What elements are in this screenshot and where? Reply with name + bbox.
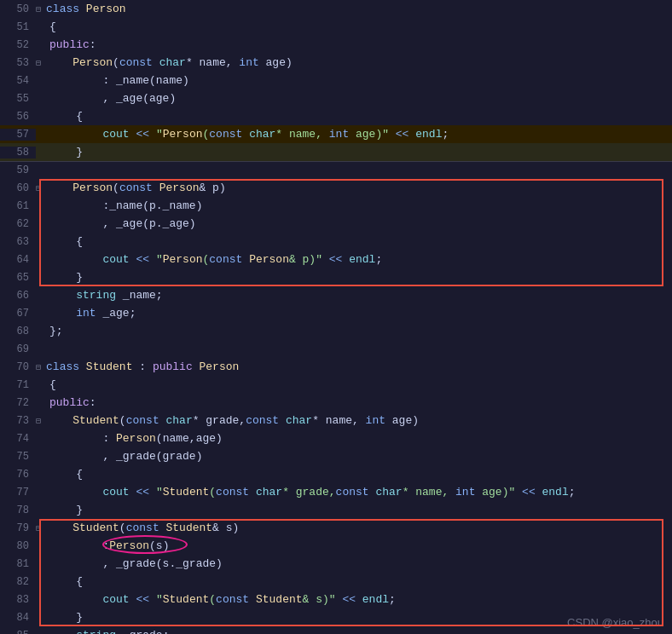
line-content-69 [46,343,672,355]
line-number-51: 51 [0,21,36,33]
line-number-80: 80 [0,540,36,552]
code-line-51: 51{ [0,18,672,36]
line-number-62: 62 [0,218,36,230]
line-content-80: :Person(s) [46,539,672,552]
code-line-58: 58 } [0,143,672,161]
line-number-54: 54 [0,75,36,87]
fold-icon-79[interactable]: ⊟ [36,523,41,533]
line-number-69: 69 [0,343,36,355]
fold-icon-53[interactable]: ⊟ [36,58,41,68]
line-content-63: { [46,235,672,248]
line-number-83: 83 [0,594,36,606]
line-number-61: 61 [0,200,36,212]
code-line-60: 60⊟ Person(const Person& p) [0,179,672,197]
line-content-77: cout << "Student(const char* grade,const… [46,486,672,499]
line-content-64: cout << "Person(const Person& p)" << end… [46,253,672,266]
line-number-77: 77 [0,487,36,499]
line-content-70: class Student : public Person [43,360,672,373]
line-number-74: 74 [0,433,36,445]
line-number-66: 66 [0,290,36,302]
line-content-51: { [46,20,672,33]
code-line-70: 70⊟class Student : public Person [0,358,672,376]
code-editor: 50⊟class Person51{52public:53⊟ Person(co… [0,0,672,634]
line-number-73: 73 [0,415,36,427]
line-number-55: 55 [0,93,36,105]
line-content-59 [46,164,672,176]
code-line-50: 50⊟class Person [0,0,672,18]
code-line-81: 81 , _grade(s._grade) [0,555,672,573]
code-line-57: 57 cout << "Person(const char* name, int… [0,125,672,143]
code-line-74: 74 : Person(name,age) [0,429,672,447]
line-content-85: string _grade; [46,629,672,634]
code-line-54: 54 : _name(name) [0,72,672,89]
line-content-78: } [46,504,672,516]
fold-icon-60[interactable]: ⊟ [36,183,41,193]
line-number-60: 60 [0,182,36,194]
code-line-65: 65 } [0,268,672,286]
line-content-60: Person(const Person& p) [43,182,672,194]
fold-icon-50[interactable]: ⊟ [36,4,41,14]
code-line-59: 59 [0,161,672,179]
line-content-68: }; [46,325,672,337]
code-line-79: 79⊟ Student(const Student& s) [0,519,672,537]
line-number-85: 85 [0,630,36,635]
fold-icon-70[interactable]: ⊟ [36,362,41,372]
code-line-55: 55 , _age(age) [0,89,672,107]
code-line-73: 73⊟ Student(const char* grade,const char… [0,412,672,429]
line-content-55: , _age(age) [46,92,672,105]
line-number-63: 63 [0,236,36,248]
line-number-56: 56 [0,111,36,123]
code-line-56: 56 { [0,107,672,125]
line-number-82: 82 [0,576,36,588]
line-content-58: } [46,146,672,158]
line-content-71: { [46,378,672,391]
line-content-56: { [46,110,672,123]
code-line-69: 69 [0,340,672,358]
line-number-71: 71 [0,379,36,391]
line-content-52: public: [46,38,672,51]
code-line-52: 52public: [0,36,672,54]
line-number-68: 68 [0,326,36,337]
line-number-70: 70 [0,361,36,373]
line-content-74: : Person(name,age) [46,432,672,445]
line-content-79: Student(const Student& s) [43,522,672,534]
code-line-77: 77 cout << "Student(const char* grade,co… [0,483,672,501]
line-number-67: 67 [0,308,36,320]
fold-icon-73[interactable]: ⊟ [36,416,41,426]
code-line-83: 83 cout << "Student(const Student& s)" <… [0,591,672,608]
line-content-73: Student(const char* grade,const char* na… [43,414,672,427]
code-line-66: 66 string _name; [0,286,672,304]
line-number-53: 53 [0,57,36,69]
code-line-64: 64 cout << "Person(const Person& p)" << … [0,251,672,268]
code-line-80: 80 :Person(s) [0,537,672,555]
line-content-65: } [46,271,672,284]
code-line-72: 72public: [0,394,672,412]
line-number-78: 78 [0,504,36,516]
line-number-59: 59 [0,164,36,176]
line-content-67: int _age; [46,307,672,320]
line-number-58: 58 [0,147,36,158]
line-number-75: 75 [0,451,36,463]
code-line-76: 76 { [0,465,672,483]
line-number-57: 57 [0,129,36,141]
line-content-72: public: [46,396,672,409]
line-content-57: cout << "Person(const char* name, int ag… [46,128,672,141]
line-content-81: , _grade(s._grade) [46,557,672,570]
code-line-61: 61 :_name(p._name) [0,197,672,215]
line-number-65: 65 [0,272,36,284]
line-number-79: 79 [0,522,36,534]
code-line-62: 62 , _age(p._age) [0,215,672,233]
line-content-75: , _grade(grade) [46,450,672,463]
code-line-82: 82 { [0,573,672,591]
line-content-76: { [46,468,672,481]
line-content-61: :_name(p._name) [46,199,672,212]
separator-line [0,161,672,162]
line-number-81: 81 [0,558,36,570]
line-number-72: 72 [0,397,36,409]
line-number-76: 76 [0,469,36,481]
line-content-66: string _name; [46,289,672,302]
code-line-53: 53⊟ Person(const char* name, int age) [0,54,672,72]
line-number-50: 50 [0,3,36,15]
line-content-50: class Person [43,3,672,15]
line-number-84: 84 [0,612,36,624]
